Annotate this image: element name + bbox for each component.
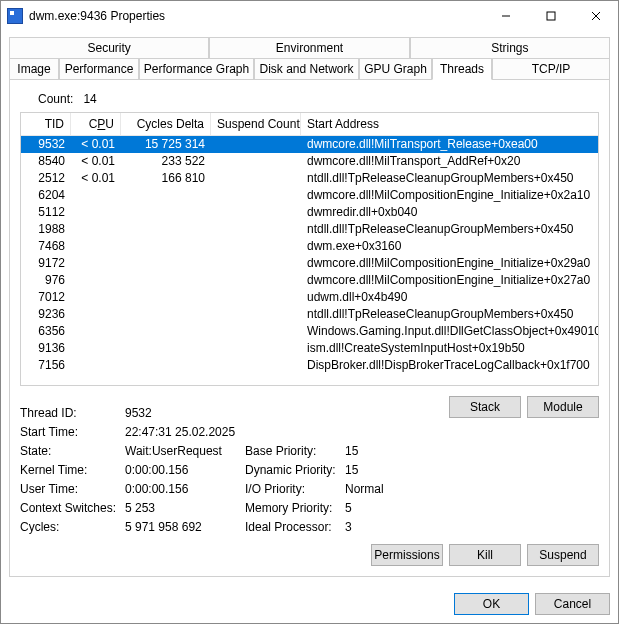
ideal-processor-value: 3 — [345, 520, 405, 534]
memory-priority-value: 5 — [345, 501, 405, 515]
col-cpu[interactable]: CPU — [71, 113, 121, 135]
thread-details: Thread ID: 9532 Start Time: 22:47:31 25.… — [20, 406, 449, 534]
tab-tcpip[interactable]: TCP/IP — [492, 58, 610, 80]
kill-button[interactable]: Kill — [449, 544, 521, 566]
minimize-button[interactable] — [483, 1, 528, 31]
cell: 9532 — [21, 136, 71, 153]
ok-button[interactable]: OK — [454, 593, 529, 615]
cell: 233 522 — [121, 153, 211, 170]
close-button[interactable] — [573, 1, 618, 31]
cell: < 0.01 — [71, 170, 121, 187]
cycles-label: Cycles: — [20, 520, 125, 534]
col-cycles-delta[interactable]: Cycles Delta — [121, 113, 211, 135]
table-row[interactable]: 9236ntdll.dll!TpReleaseCleanupGroupMembe… — [21, 306, 598, 323]
table-row[interactable]: 9532< 0.0115 725 314dwmcore.dll!MilTrans… — [21, 136, 598, 153]
maximize-button[interactable] — [528, 1, 573, 31]
cell — [211, 238, 301, 255]
cell: 7012 — [21, 289, 71, 306]
cell — [121, 204, 211, 221]
tabs: Security Environment Strings Image Perfo… — [9, 37, 610, 80]
count-value: 14 — [83, 92, 96, 106]
cell — [71, 306, 121, 323]
table-row[interactable]: 5112dwmredir.dll+0xb040 — [21, 204, 598, 221]
cell: 5112 — [21, 204, 71, 221]
cell — [211, 170, 301, 187]
table-row[interactable]: 7012udwm.dll+0x4b490 — [21, 289, 598, 306]
tab-disk-network[interactable]: Disk and Network — [254, 58, 359, 80]
tab-image[interactable]: Image — [9, 58, 59, 80]
cell: 9236 — [21, 306, 71, 323]
table-body[interactable]: 9532< 0.0115 725 314dwmcore.dll!MilTrans… — [21, 136, 598, 385]
cancel-button[interactable]: Cancel — [535, 593, 610, 615]
col-suspend-count[interactable]: Suspend Count — [211, 113, 301, 135]
permissions-button[interactable]: Permissions — [371, 544, 443, 566]
col-start-address[interactable]: Start Address — [301, 113, 598, 135]
tab-threads[interactable]: Threads — [432, 58, 492, 80]
table-row[interactable]: 6356Windows.Gaming.Input.dll!DllGetClass… — [21, 323, 598, 340]
table-row[interactable]: 9136ism.dll!CreateSystemInputHost+0x19b5… — [21, 340, 598, 357]
cell: 9136 — [21, 340, 71, 357]
cell — [71, 204, 121, 221]
start-time-label: Start Time: — [20, 425, 125, 439]
cell: ism.dll!CreateSystemInputHost+0x19b50 — [301, 340, 598, 357]
cell — [71, 340, 121, 357]
cell — [71, 255, 121, 272]
context-switches-label: Context Switches: — [20, 501, 125, 515]
module-button[interactable]: Module — [527, 396, 599, 418]
cell: dwmredir.dll+0xb040 — [301, 204, 598, 221]
cycles-value: 5 971 958 692 — [125, 520, 245, 534]
table-row[interactable]: 8540< 0.01233 522dwmcore.dll!MilTranspor… — [21, 153, 598, 170]
table-row[interactable]: 7156DispBroker.dll!DispBrokerTraceLogCal… — [21, 357, 598, 374]
cell — [71, 221, 121, 238]
cell — [211, 136, 301, 153]
cell: 6356 — [21, 323, 71, 340]
memory-priority-label: Memory Priority: — [245, 501, 345, 515]
cell — [71, 187, 121, 204]
cell — [71, 289, 121, 306]
tab-environment[interactable]: Environment — [209, 37, 409, 58]
cell: 8540 — [21, 153, 71, 170]
cell: 2512 — [21, 170, 71, 187]
table-row[interactable]: 1988ntdll.dll!TpReleaseCleanupGroupMembe… — [21, 221, 598, 238]
cell — [211, 204, 301, 221]
titlebar[interactable]: dwm.exe:9436 Properties — [1, 1, 618, 31]
cell: ntdll.dll!TpReleaseCleanupGroupMembers+0… — [301, 221, 598, 238]
table-row[interactable]: 976dwmcore.dll!MilCompositionEngine_Init… — [21, 272, 598, 289]
cell — [71, 238, 121, 255]
table-row[interactable]: 6204dwmcore.dll!MilCompositionEngine_Ini… — [21, 187, 598, 204]
cell: 7468 — [21, 238, 71, 255]
svg-rect-1 — [547, 12, 555, 20]
dynamic-priority-value: 15 — [345, 463, 405, 477]
cell: Windows.Gaming.Input.dll!DllGetClassObje… — [301, 323, 598, 340]
tab-strings[interactable]: Strings — [410, 37, 610, 58]
cell: 1988 — [21, 221, 71, 238]
cell — [211, 306, 301, 323]
tab-gpu-graph[interactable]: GPU Graph — [359, 58, 432, 80]
cell: DispBroker.dll!DispBrokerTraceLogCallbac… — [301, 357, 598, 374]
cell: 6204 — [21, 187, 71, 204]
user-time-label: User Time: — [20, 482, 125, 496]
cell — [211, 153, 301, 170]
tab-security[interactable]: Security — [9, 37, 209, 58]
context-switches-value: 5 253 — [125, 501, 245, 515]
base-priority-value: 15 — [345, 444, 405, 458]
table-row[interactable]: 2512< 0.01166 810ntdll.dll!TpReleaseClea… — [21, 170, 598, 187]
col-tid[interactable]: TID — [21, 113, 71, 135]
thread-table: TID CPU Cycles Delta Suspend Count Start… — [20, 112, 599, 386]
cell — [121, 187, 211, 204]
cell — [121, 289, 211, 306]
cell — [121, 340, 211, 357]
cell — [121, 221, 211, 238]
table-row[interactable]: 9172dwmcore.dll!MilCompositionEngine_Ini… — [21, 255, 598, 272]
tab-performance-graph[interactable]: Performance Graph — [139, 58, 254, 80]
dialog-buttons: OK Cancel — [1, 585, 618, 623]
stack-button[interactable]: Stack — [449, 396, 521, 418]
cell — [121, 238, 211, 255]
cell — [121, 357, 211, 374]
tab-performance[interactable]: Performance — [59, 58, 139, 80]
cell — [211, 272, 301, 289]
table-row[interactable]: 7468dwm.exe+0x3160 — [21, 238, 598, 255]
cell — [211, 221, 301, 238]
suspend-button[interactable]: Suspend — [527, 544, 599, 566]
cell — [211, 340, 301, 357]
